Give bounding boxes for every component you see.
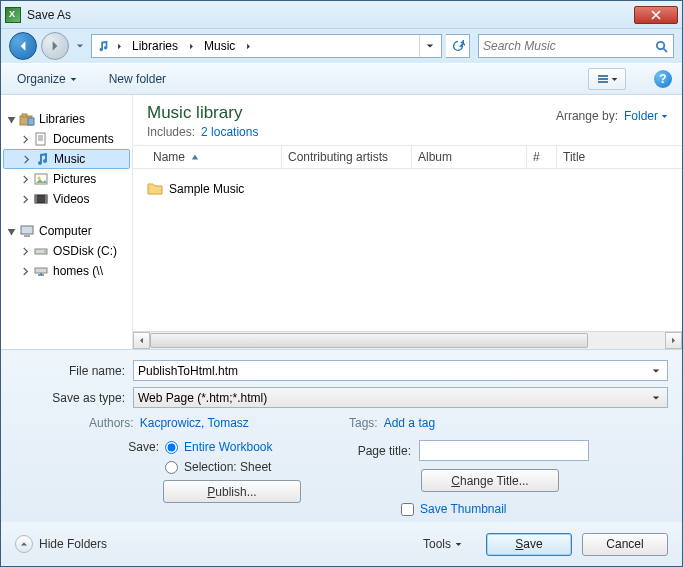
page-title-input[interactable] <box>419 440 589 461</box>
navbar: Libraries Music <box>1 29 682 63</box>
chevron-down-icon <box>661 113 668 120</box>
cancel-button[interactable]: Cancel <box>582 533 668 556</box>
column-title[interactable]: Title <box>557 146 682 168</box>
tree-pictures[interactable]: Pictures <box>1 169 132 189</box>
refresh-button[interactable] <box>446 34 470 58</box>
tree-libraries[interactable]: Libraries <box>1 109 132 129</box>
saveastype-field[interactable]: Web Page (*.htm;*.html) <box>133 387 668 408</box>
expand-icon <box>22 155 31 164</box>
libraries-icon <box>19 111 35 127</box>
address-bar[interactable]: Libraries Music <box>91 34 442 58</box>
breadcrumb-music[interactable]: Music <box>198 35 241 57</box>
breadcrumb-chevron[interactable] <box>184 43 198 50</box>
svg-rect-1 <box>598 75 608 77</box>
chevron-down-icon <box>70 76 77 83</box>
filename-field[interactable] <box>133 360 668 381</box>
chevron-down-icon <box>76 42 84 50</box>
save-options: Save: Entire Workbook Selection: Sheet P… <box>15 440 668 516</box>
main-panel: Music library Includes: 2 locations Arra… <box>133 95 682 349</box>
tags-value[interactable]: Add a tag <box>384 416 435 430</box>
arrange-value: Folder <box>624 109 658 123</box>
filename-input[interactable] <box>138 364 649 378</box>
column-album[interactable]: Album <box>412 146 527 168</box>
breadcrumb-chevron[interactable] <box>241 43 255 50</box>
authors-value[interactable]: Kacprowicz, Tomasz <box>140 416 249 430</box>
selection-label: Selection: Sheet <box>184 460 271 474</box>
nav-tree[interactable]: Libraries Documents Music Pictures Video <box>1 95 133 349</box>
tree-documents[interactable]: Documents <box>1 129 132 149</box>
column-contributing-artists[interactable]: Contributing artists <box>282 146 412 168</box>
column-name[interactable]: Name <box>147 146 282 168</box>
drive-icon <box>33 243 49 259</box>
svg-rect-7 <box>36 133 45 145</box>
recent-locations-button[interactable] <box>73 36 87 56</box>
search-box[interactable] <box>478 34 674 58</box>
svg-rect-17 <box>35 268 47 273</box>
includes-label: Includes: <box>147 125 195 139</box>
back-button[interactable] <box>9 32 37 60</box>
svg-point-0 <box>656 41 663 48</box>
page-title-label: Page title: <box>349 444 419 458</box>
column-number[interactable]: # <box>527 146 557 168</box>
tree-homes[interactable]: homes (\\ <box>1 261 132 281</box>
breadcrumb-root-chevron[interactable] <box>112 43 126 50</box>
arrange-value-button[interactable]: Folder <box>624 109 668 123</box>
svg-rect-6 <box>28 118 34 125</box>
close-button[interactable] <box>634 6 678 24</box>
organize-label: Organize <box>17 72 66 86</box>
file-list[interactable]: Sample Music <box>133 169 682 331</box>
arrow-left-icon <box>17 40 29 52</box>
tree-label: Documents <box>53 132 114 146</box>
help-button[interactable]: ? <box>654 70 672 88</box>
change-title-button[interactable]: Change Title... <box>421 469 559 492</box>
saveastype-dropdown[interactable] <box>649 394 663 402</box>
publish-button[interactable]: Publish... <box>163 480 301 503</box>
filename-label: File name: <box>15 364 133 378</box>
tree-label: Libraries <box>39 112 85 126</box>
page-title-row: Page title: <box>349 440 668 461</box>
window-title: Save As <box>27 8 634 22</box>
new-folder-button[interactable]: New folder <box>103 68 172 90</box>
arrange-by: Arrange by: Folder <box>556 109 668 123</box>
horizontal-scrollbar[interactable] <box>133 331 682 349</box>
filename-dropdown[interactable] <box>649 367 663 375</box>
view-options-button[interactable] <box>588 68 626 90</box>
save-button[interactable]: Save <box>486 533 572 556</box>
search-input[interactable] <box>483 39 653 53</box>
selection-radio[interactable] <box>165 461 178 474</box>
list-item[interactable]: Sample Music <box>147 179 668 199</box>
column-label: Name <box>153 150 185 164</box>
scroll-right-button[interactable] <box>665 332 682 349</box>
entire-workbook-radio[interactable] <box>165 441 178 454</box>
videos-icon <box>33 191 49 207</box>
save-thumbnail-row: Save Thumbnail <box>401 502 668 516</box>
scroll-left-button[interactable] <box>133 332 150 349</box>
tree-videos[interactable]: Videos <box>1 189 132 209</box>
hide-folders-button[interactable]: Hide Folders <box>15 535 107 553</box>
tree-computer[interactable]: Computer <box>1 221 132 241</box>
organize-button[interactable]: Organize <box>11 68 83 90</box>
save-thumbnail-checkbox[interactable] <box>401 503 414 516</box>
chevron-down-icon <box>455 541 462 548</box>
address-dropdown-button[interactable] <box>419 35 439 57</box>
scroll-thumb[interactable] <box>150 333 588 348</box>
breadcrumb-libraries[interactable]: Libraries <box>126 35 184 57</box>
saveastype-value: Web Page (*.htm;*.html) <box>138 391 649 405</box>
saveastype-row: Save as type: Web Page (*.htm;*.html) <box>15 387 668 408</box>
forward-button[interactable] <box>41 32 69 60</box>
form-area: File name: Save as type: Web Page (*.htm… <box>1 350 682 522</box>
document-icon <box>33 131 49 147</box>
locations-link[interactable]: 2 locations <box>201 125 258 139</box>
tree-osdisk[interactable]: OSDisk (C:) <box>1 241 132 261</box>
publish-label: ublish... <box>215 485 256 499</box>
collapse-icon <box>7 115 16 124</box>
scroll-track[interactable] <box>150 332 665 349</box>
tree-label: Computer <box>39 224 92 238</box>
save-label: Save: <box>119 440 159 454</box>
tools-button[interactable]: Tools <box>423 537 462 551</box>
page-title-area: Page title: Change Title... Save Thumbna… <box>349 440 668 516</box>
arrange-label: Arrange by: <box>556 109 618 123</box>
save-selection-row: Selection: Sheet <box>119 460 349 474</box>
titlebar: Save As <box>1 1 682 29</box>
tree-music[interactable]: Music <box>3 149 130 169</box>
